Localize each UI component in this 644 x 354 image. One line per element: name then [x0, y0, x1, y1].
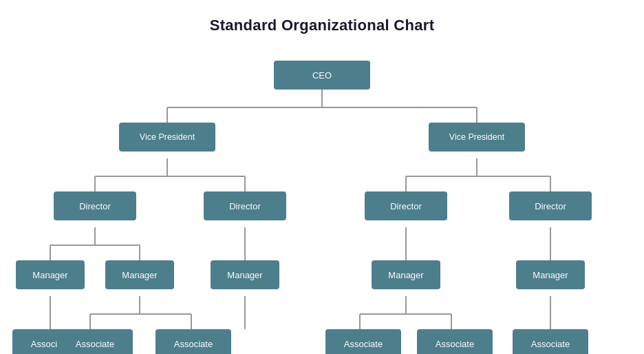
- assoc4-node: Associate: [325, 329, 401, 354]
- mgr1-node: Manager: [16, 260, 85, 289]
- assoc3-node: Associate: [155, 329, 231, 354]
- vp2-node: Vice President: [429, 123, 525, 152]
- mgr5-node: Manager: [516, 260, 585, 289]
- mgr2-node: Manager: [105, 260, 174, 289]
- dir1-node: Director: [54, 191, 136, 220]
- mgr3-node: Manager: [211, 260, 279, 289]
- assoc2-node: Associate: [57, 329, 133, 354]
- dir3-node: Director: [365, 191, 447, 220]
- assoc5-node: Associate: [417, 329, 493, 354]
- dir4-node: Director: [509, 191, 592, 220]
- chart-title: Standard Organizational Chart: [210, 17, 435, 34]
- dir2-node: Director: [204, 191, 286, 220]
- vp1-node: Vice President: [119, 123, 215, 152]
- ceo-node: CEO: [274, 61, 370, 90]
- assoc6-node: Associate: [513, 329, 588, 354]
- mgr4-node: Manager: [372, 260, 440, 289]
